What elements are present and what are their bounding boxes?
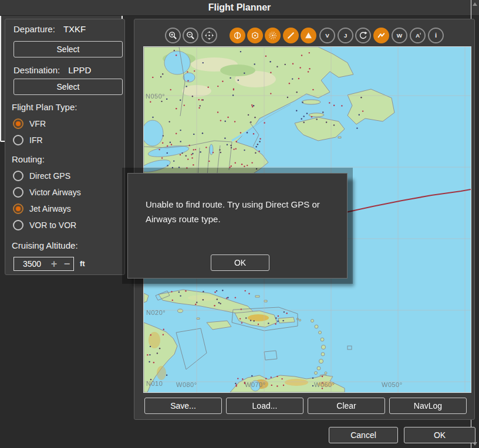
destination-value: LPPD — [68, 65, 91, 75]
departure-select-button[interactable]: Select — [14, 41, 123, 57]
title-bar: Flight Planner — [0, 0, 479, 16]
altitude-unit-label: ft — [80, 259, 85, 268]
error-message: Unable to find route. Try using Direct G… — [146, 197, 335, 226]
center-map-icon[interactable] — [201, 28, 217, 43]
radio-vor-to-vor[interactable]: VOR to VOR — [13, 219, 76, 231]
altitude-increment-button[interactable]: + — [48, 258, 60, 270]
error-dialog: Unable to find route. Try using Direct G… — [127, 173, 348, 279]
graticule-label: W080° — [176, 381, 197, 388]
svg-text:A: A — [415, 32, 419, 39]
graticule-label: W070° — [245, 381, 266, 388]
scroll-up-icon[interactable] — [473, 2, 477, 6]
radio-label: Victor Airways — [29, 188, 81, 197]
ok-button[interactable]: OK — [404, 427, 475, 443]
graticule-label: N050° — [146, 93, 165, 100]
zoom-out-icon[interactable] — [183, 28, 198, 43]
clear-button[interactable]: Clear — [308, 398, 385, 414]
show-airspace-icon[interactable] — [355, 28, 371, 43]
graticule-label: N010 — [146, 380, 163, 387]
departure-label: Departure: — [14, 24, 55, 34]
radio-label: Direct GPS — [29, 171, 70, 181]
show-labels-icon[interactable]: A — [410, 28, 426, 43]
navlog-button[interactable]: NavLog — [389, 398, 467, 414]
radio-jet-airways[interactable]: Jet Airways — [13, 203, 71, 215]
svg-text:V: V — [325, 32, 329, 39]
routing-label: Routing: — [12, 153, 45, 165]
show-intersections-icon[interactable] — [301, 28, 316, 43]
graticule-label: W050° — [382, 381, 403, 388]
show-airports-icon[interactable] — [230, 28, 245, 43]
svg-text:J: J — [343, 32, 347, 39]
destination-select-button[interactable]: Select — [14, 79, 123, 95]
radio-ifr[interactable]: IFR — [13, 134, 43, 146]
destination-label: Destination: — [14, 65, 60, 75]
show-ndbs-icon[interactable] — [265, 28, 281, 43]
radio-direct-gps[interactable]: Direct GPS — [13, 170, 70, 182]
radio-label: VFR — [29, 119, 46, 128]
radio-icon — [13, 171, 23, 181]
show-airstrips-icon[interactable] — [283, 28, 299, 43]
show-jet-airways-icon[interactable]: J — [338, 28, 353, 43]
radio-label: Jet Airways — [29, 204, 71, 213]
radio-label: VOR to VOR — [29, 220, 76, 230]
destination-row: Destination: LPPD — [14, 64, 91, 76]
save-button[interactable]: Save... — [144, 398, 222, 414]
flight-options-panel: Departure: TXKF Select Destination: LPPD… — [5, 19, 125, 275]
show-victor-airways-icon[interactable]: V — [319, 28, 335, 43]
cruising-altitude-stepper[interactable]: 3500 + − — [14, 257, 74, 271]
flight-planner-window: Flight Planner Departure: TXKF Select De… — [0, 0, 479, 448]
graticule-label: N020° — [146, 309, 166, 316]
radio-icon — [13, 203, 23, 214]
dialog-ok-button[interactable]: OK — [211, 254, 269, 271]
flight-plan-type-label: Flight Plan Type: — [12, 101, 77, 113]
show-vors-icon[interactable] — [247, 28, 263, 43]
show-info-icon[interactable]: i — [428, 28, 444, 43]
show-weather-icon[interactable]: W — [392, 28, 407, 43]
altitude-decrement-button[interactable]: − — [60, 258, 73, 270]
radio-label: IFR — [29, 135, 43, 145]
load-button[interactable]: Load... — [226, 398, 303, 414]
radio-icon — [13, 220, 23, 230]
cruising-altitude-value: 3500 — [14, 259, 48, 269]
show-flight-path-icon[interactable] — [373, 28, 389, 43]
svg-text:i: i — [434, 32, 436, 39]
radio-icon — [13, 187, 23, 198]
radio-victor-airways[interactable]: Victor Airways — [13, 186, 81, 198]
radio-icon — [13, 135, 23, 145]
svg-text:W: W — [396, 32, 402, 39]
departure-row: Departure: TXKF — [14, 23, 86, 35]
cruising-altitude-label: Cruising Altitude: — [12, 239, 78, 251]
radio-vfr[interactable]: VFR — [13, 118, 46, 130]
zoom-in-icon[interactable] — [165, 28, 181, 43]
radio-icon — [13, 118, 23, 129]
graticule-label: W060° — [314, 381, 335, 388]
cancel-button[interactable]: Cancel — [329, 427, 398, 443]
departure-value: TXKF — [63, 24, 86, 34]
window-title: Flight Planner — [208, 2, 271, 13]
